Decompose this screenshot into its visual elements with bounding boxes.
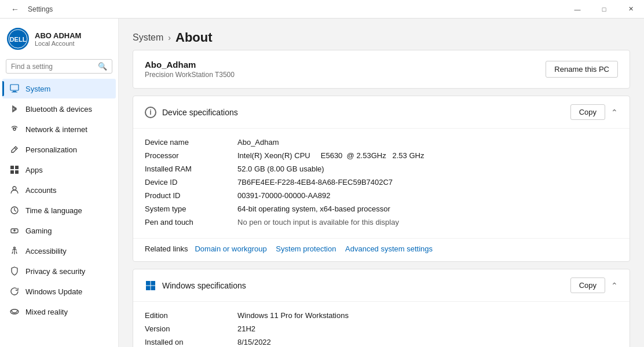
spec-row-system-type: System type 64-bit operating system, x64… <box>145 202 618 215</box>
related-links: Related links Domain or workgroup System… <box>133 238 630 261</box>
svg-rect-6 <box>15 166 19 169</box>
profile-info: ABO ADHAM Local Account <box>35 31 81 47</box>
sidebar-label-gaming: Gaming <box>25 227 52 235</box>
sidebar-item-privacy[interactable]: Privacy & security <box>2 261 116 281</box>
device-specs-header: i Device specifications Copy ⌃ <box>133 96 630 129</box>
windows-specs-header: Windows specifications Copy ⌃ <box>133 269 630 302</box>
sidebar-item-apps[interactable]: Apps <box>2 160 116 180</box>
search-input[interactable] <box>11 63 98 71</box>
search-icon: 🔍 <box>98 62 107 71</box>
pc-model: Precision WorkStation T3500 <box>145 71 235 79</box>
sidebar-label-accessibility: Accessibility <box>25 247 67 255</box>
windows-logo-icon <box>145 280 156 291</box>
back-arrow[interactable]: ← <box>7 1 23 17</box>
related-links-label: Related links <box>145 244 188 253</box>
svg-rect-2 <box>10 85 19 90</box>
sidebar-nav: System Bluetooth & devices Network & int… <box>0 78 118 322</box>
rename-pc-button[interactable]: Rename this PC <box>546 61 618 78</box>
breadcrumb-separator: › <box>168 33 171 42</box>
svg-rect-16 <box>146 286 151 290</box>
windows-specs-chevron-icon[interactable]: ⌃ <box>611 281 618 290</box>
sidebar-item-personalization[interactable]: Personalization <box>2 140 116 159</box>
device-specs-card: i Device specifications Copy ⌃ Device na… <box>133 96 630 262</box>
sidebar-label-update: Windows Update <box>25 287 82 296</box>
bluetooth-icon <box>9 104 20 114</box>
sidebar-item-accounts[interactable]: Accounts <box>2 180 116 200</box>
titlebar-title: Settings <box>28 5 53 13</box>
windows-specs-title: Windows specifications <box>162 281 246 290</box>
spec-row-ram: Installed RAM 52.0 GB (8.00 GB usable) <box>145 162 618 176</box>
svg-rect-7 <box>10 170 14 174</box>
sidebar-item-time[interactable]: Time & language <box>2 200 116 220</box>
windows-specs-copy-button[interactable]: Copy <box>570 277 605 293</box>
profile-type: Local Account <box>35 40 81 47</box>
svg-text:DELL: DELL <box>10 36 27 43</box>
device-specs-title: Device specifications <box>162 108 238 117</box>
sidebar: DELL ABO ADHAM Local Account 🔍 System <box>0 19 119 347</box>
info-icon: i <box>145 107 156 118</box>
sidebar-label-time: Time & language <box>25 206 82 215</box>
maximize-button[interactable]: □ <box>591 0 617 19</box>
monitor-icon <box>9 83 20 94</box>
update-icon <box>9 286 20 297</box>
minimize-button[interactable]: — <box>564 0 591 19</box>
svg-rect-17 <box>151 286 156 290</box>
privacy-icon <box>9 266 20 276</box>
sidebar-item-mixed[interactable]: Mixed reality <box>2 302 116 322</box>
breadcrumb: System › About <box>133 30 630 45</box>
titlebar: ← Settings — □ ✕ <box>0 0 644 19</box>
svg-point-9 <box>13 187 16 190</box>
svg-rect-15 <box>151 281 156 286</box>
spec-row-installed-on: Installed on 8/15/2022 <box>145 335 618 347</box>
main-content: System › About Abo_Adham Precision WorkS… <box>119 19 644 347</box>
breadcrumb-system[interactable]: System <box>133 32 163 43</box>
person-icon <box>9 185 20 195</box>
sidebar-label-network: Network & internet <box>25 125 87 134</box>
spec-row-processor: Processor Intel(R) Xeon(R) CPU E5630 @ 2… <box>145 149 618 162</box>
network-icon <box>9 124 20 134</box>
gaming-icon <box>9 225 20 236</box>
sidebar-item-system[interactable]: System <box>2 79 116 98</box>
svg-rect-14 <box>146 281 151 286</box>
avatar: DELL <box>7 28 29 50</box>
related-link-domain[interactable]: Domain or workgroup <box>195 244 266 253</box>
device-specs-chevron-icon[interactable]: ⌃ <box>611 108 618 117</box>
related-link-advanced[interactable]: Advanced system settings <box>345 244 433 253</box>
profile-section: DELL ABO ADHAM Local Account <box>0 19 118 57</box>
spec-row-version: Version 21H2 <box>145 322 618 335</box>
sidebar-item-network[interactable]: Network & internet <box>2 119 116 139</box>
related-link-protection[interactable]: System protection <box>276 244 336 253</box>
sidebar-item-accessibility[interactable]: Accessibility <box>2 241 116 261</box>
spec-row-edition: Edition Windows 11 Pro for Workstations <box>145 309 618 322</box>
apps-icon <box>9 165 20 175</box>
spec-row-pen-touch: Pen and touch No pen or touch input is a… <box>145 215 618 229</box>
mixed-icon <box>9 306 20 317</box>
sidebar-label-privacy: Privacy & security <box>25 267 85 276</box>
svg-rect-5 <box>10 166 14 169</box>
device-specs-copy-button[interactable]: Copy <box>570 104 605 120</box>
pc-name: Abo_Adham <box>145 60 235 70</box>
accessibility-icon <box>9 246 20 256</box>
breadcrumb-current: About <box>175 30 213 45</box>
sidebar-item-bluetooth[interactable]: Bluetooth & devices <box>2 99 116 119</box>
clock-icon <box>9 205 20 215</box>
sidebar-label-mixed: Mixed reality <box>25 308 68 316</box>
spec-row-product-id: Product ID 00391-70000-00000-AA892 <box>145 189 618 202</box>
sidebar-item-update[interactable]: Windows Update <box>2 282 116 301</box>
sidebar-label-bluetooth: Bluetooth & devices <box>25 105 92 114</box>
svg-rect-3 <box>13 91 16 92</box>
windows-specs-body: Edition Windows 11 Pro for Workstations … <box>133 302 630 347</box>
spec-row-device-name: Device name Abo_Adham <box>145 136 618 149</box>
svg-rect-4 <box>12 92 17 93</box>
svg-rect-8 <box>15 170 19 174</box>
spec-row-device-id: Device ID 7B6FE4EE-F228-4EB4-8A68-FEC59B… <box>145 176 618 189</box>
device-specs-body: Device name Abo_Adham Processor Intel(R)… <box>133 129 630 238</box>
device-specs-table: Device name Abo_Adham Processor Intel(R)… <box>145 136 618 229</box>
close-button[interactable]: ✕ <box>617 0 644 19</box>
sidebar-item-gaming[interactable]: Gaming <box>2 221 116 240</box>
windows-specs-card: Windows specifications Copy ⌃ Edition Wi… <box>133 269 630 347</box>
search-box[interactable]: 🔍 <box>6 59 112 74</box>
profile-name: ABO ADHAM <box>35 31 81 40</box>
sidebar-label-accounts: Accounts <box>25 186 56 195</box>
pc-card: Abo_Adham Precision WorkStation T3500 Re… <box>133 50 630 89</box>
